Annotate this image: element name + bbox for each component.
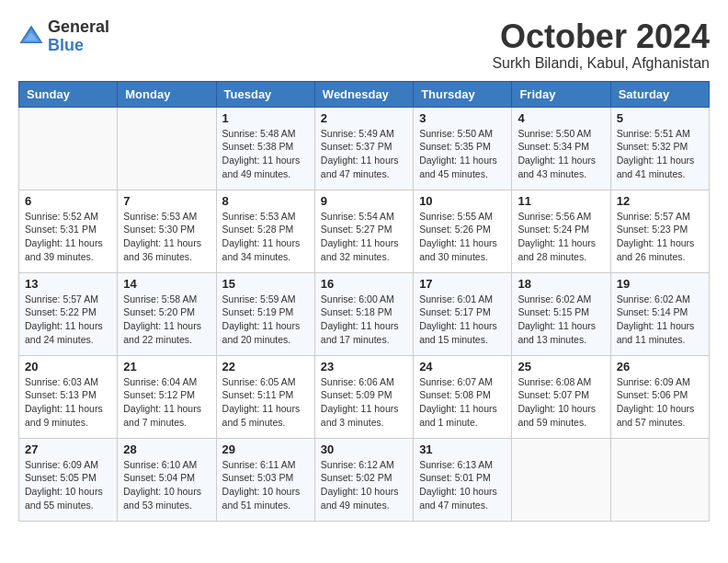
calendar-cell: 26Sunrise: 6:09 AMSunset: 5:06 PMDayligh…: [610, 355, 709, 438]
day-number: 12: [617, 194, 703, 208]
day-info: Sunrise: 5:56 AMSunset: 5:24 PMDaylight:…: [518, 210, 604, 264]
day-number: 26: [617, 360, 703, 373]
day-info: Sunrise: 6:11 AMSunset: 5:03 PMDaylight:…: [222, 458, 309, 512]
calendar-cell: 19Sunrise: 6:02 AMSunset: 5:14 PMDayligh…: [610, 272, 709, 355]
day-info: Sunrise: 5:58 AMSunset: 5:20 PMDaylight:…: [123, 293, 210, 347]
logo-general-text: General: [48, 18, 109, 37]
page-header: General Blue October 2024 Surkh Bilandi,…: [18, 18, 710, 72]
day-info: Sunrise: 6:02 AMSunset: 5:15 PMDaylight:…: [518, 293, 604, 347]
calendar-cell: 22Sunrise: 6:05 AMSunset: 5:11 PMDayligh…: [216, 355, 314, 438]
day-info: Sunrise: 6:13 AMSunset: 5:01 PMDaylight:…: [419, 458, 506, 512]
calendar-cell: 13Sunrise: 5:57 AMSunset: 5:22 PMDayligh…: [19, 272, 118, 355]
calendar-body: 1Sunrise: 5:48 AMSunset: 5:38 PMDaylight…: [19, 107, 710, 521]
calendar-cell: 20Sunrise: 6:03 AMSunset: 5:13 PMDayligh…: [19, 355, 118, 438]
day-number: 31: [419, 442, 506, 456]
calendar-cell: 4Sunrise: 5:50 AMSunset: 5:34 PMDaylight…: [512, 107, 610, 190]
day-info: Sunrise: 6:06 AMSunset: 5:09 PMDaylight:…: [321, 375, 407, 430]
day-info: Sunrise: 5:54 AMSunset: 5:27 PMDaylight:…: [321, 210, 407, 264]
calendar-week-3: 13Sunrise: 5:57 AMSunset: 5:22 PMDayligh…: [19, 272, 710, 355]
weekday-header-thursday: Thursday: [414, 81, 512, 107]
weekday-header-sunday: Sunday: [19, 81, 118, 107]
calendar-cell: 31Sunrise: 6:13 AMSunset: 5:01 PMDayligh…: [414, 438, 512, 521]
day-info: Sunrise: 5:59 AMSunset: 5:19 PMDaylight:…: [222, 293, 309, 347]
day-info: Sunrise: 5:57 AMSunset: 5:23 PMDaylight:…: [617, 210, 703, 264]
day-info: Sunrise: 5:52 AMSunset: 5:31 PMDaylight:…: [25, 210, 111, 264]
calendar-cell: 3Sunrise: 5:50 AMSunset: 5:35 PMDaylight…: [414, 107, 512, 190]
day-number: 22: [222, 360, 309, 373]
month-title: October 2024: [492, 18, 710, 55]
day-number: 10: [419, 194, 506, 208]
day-info: Sunrise: 6:02 AMSunset: 5:14 PMDaylight:…: [617, 293, 703, 347]
calendar-header: SundayMondayTuesdayWednesdayThursdayFrid…: [19, 81, 710, 107]
calendar-cell: 14Sunrise: 5:58 AMSunset: 5:20 PMDayligh…: [118, 272, 216, 355]
day-info: Sunrise: 5:51 AMSunset: 5:32 PMDaylight:…: [617, 127, 703, 181]
weekday-header-monday: Monday: [118, 81, 216, 107]
day-info: Sunrise: 6:05 AMSunset: 5:11 PMDaylight:…: [222, 375, 309, 430]
calendar-cell: 25Sunrise: 6:08 AMSunset: 5:07 PMDayligh…: [512, 355, 610, 438]
day-number: 21: [123, 360, 210, 373]
day-number: 17: [419, 277, 506, 291]
day-info: Sunrise: 5:57 AMSunset: 5:22 PMDaylight:…: [25, 293, 111, 347]
calendar-cell: 15Sunrise: 5:59 AMSunset: 5:19 PMDayligh…: [216, 272, 314, 355]
calendar-cell: 1Sunrise: 5:48 AMSunset: 5:38 PMDaylight…: [216, 107, 314, 190]
day-number: 6: [25, 194, 111, 208]
calendar-cell: 21Sunrise: 6:04 AMSunset: 5:12 PMDayligh…: [118, 355, 216, 438]
day-info: Sunrise: 5:49 AMSunset: 5:37 PMDaylight:…: [321, 127, 407, 181]
calendar-cell: 16Sunrise: 6:00 AMSunset: 5:18 PMDayligh…: [314, 272, 413, 355]
day-number: 14: [123, 277, 210, 291]
day-number: 27: [25, 442, 111, 456]
weekday-header-saturday: Saturday: [610, 81, 709, 107]
day-number: 30: [321, 442, 407, 456]
day-number: 15: [222, 277, 309, 291]
calendar-cell: 18Sunrise: 6:02 AMSunset: 5:15 PMDayligh…: [512, 272, 610, 355]
day-number: 11: [518, 194, 604, 208]
day-info: Sunrise: 6:07 AMSunset: 5:08 PMDaylight:…: [419, 375, 506, 430]
calendar-cell: 11Sunrise: 5:56 AMSunset: 5:24 PMDayligh…: [512, 190, 610, 272]
day-number: 1: [222, 111, 309, 125]
calendar-cell: 5Sunrise: 5:51 AMSunset: 5:32 PMDaylight…: [610, 107, 709, 190]
calendar-cell: 6Sunrise: 5:52 AMSunset: 5:31 PMDaylight…: [19, 190, 118, 272]
day-number: 13: [25, 277, 111, 291]
calendar-cell: 8Sunrise: 5:53 AMSunset: 5:28 PMDaylight…: [216, 190, 314, 272]
calendar-cell: 30Sunrise: 6:12 AMSunset: 5:02 PMDayligh…: [314, 438, 413, 521]
day-info: Sunrise: 6:12 AMSunset: 5:02 PMDaylight:…: [321, 458, 407, 512]
calendar-table: SundayMondayTuesdayWednesdayThursdayFrid…: [18, 81, 710, 522]
logo: General Blue: [18, 18, 109, 55]
day-number: 5: [617, 111, 703, 125]
day-info: Sunrise: 6:09 AMSunset: 5:06 PMDaylight:…: [617, 375, 703, 430]
day-info: Sunrise: 5:53 AMSunset: 5:28 PMDaylight:…: [222, 210, 309, 264]
day-info: Sunrise: 5:55 AMSunset: 5:26 PMDaylight:…: [419, 210, 506, 264]
weekday-header-friday: Friday: [512, 81, 610, 107]
day-info: Sunrise: 6:08 AMSunset: 5:07 PMDaylight:…: [518, 375, 604, 430]
calendar-cell: 28Sunrise: 6:10 AMSunset: 5:04 PMDayligh…: [118, 438, 216, 521]
day-info: Sunrise: 5:50 AMSunset: 5:34 PMDaylight:…: [518, 127, 604, 181]
day-number: 7: [123, 194, 210, 208]
day-number: 18: [518, 277, 604, 291]
calendar-cell: 23Sunrise: 6:06 AMSunset: 5:09 PMDayligh…: [314, 355, 413, 438]
calendar-cell: 12Sunrise: 5:57 AMSunset: 5:23 PMDayligh…: [610, 190, 709, 272]
day-info: Sunrise: 6:01 AMSunset: 5:17 PMDaylight:…: [419, 293, 506, 347]
day-number: 28: [123, 442, 210, 456]
day-number: 20: [25, 360, 111, 373]
title-block: October 2024 Surkh Bilandi, Kabul, Afgha…: [492, 18, 710, 72]
logo-icon: [18, 24, 44, 50]
calendar-cell: 2Sunrise: 5:49 AMSunset: 5:37 PMDaylight…: [314, 107, 413, 190]
day-info: Sunrise: 6:04 AMSunset: 5:12 PMDaylight:…: [123, 375, 210, 430]
day-info: Sunrise: 5:48 AMSunset: 5:38 PMDaylight:…: [222, 127, 309, 181]
day-info: Sunrise: 5:53 AMSunset: 5:30 PMDaylight:…: [123, 210, 210, 264]
day-number: 19: [617, 277, 703, 291]
day-number: 16: [321, 277, 407, 291]
day-number: 4: [518, 111, 604, 125]
calendar-cell: [19, 107, 118, 190]
day-number: 3: [419, 111, 506, 125]
day-number: 8: [222, 194, 309, 208]
day-number: 25: [518, 360, 604, 373]
logo-blue-text: Blue: [48, 37, 109, 55]
calendar-week-1: 1Sunrise: 5:48 AMSunset: 5:38 PMDaylight…: [19, 107, 710, 190]
calendar-cell: 9Sunrise: 5:54 AMSunset: 5:27 PMDaylight…: [314, 190, 413, 272]
calendar-cell: [118, 107, 216, 190]
day-info: Sunrise: 6:03 AMSunset: 5:13 PMDaylight:…: [25, 375, 111, 430]
weekday-row: SundayMondayTuesdayWednesdayThursdayFrid…: [19, 81, 710, 107]
day-info: Sunrise: 6:09 AMSunset: 5:05 PMDaylight:…: [25, 458, 111, 512]
calendar-cell: 17Sunrise: 6:01 AMSunset: 5:17 PMDayligh…: [414, 272, 512, 355]
